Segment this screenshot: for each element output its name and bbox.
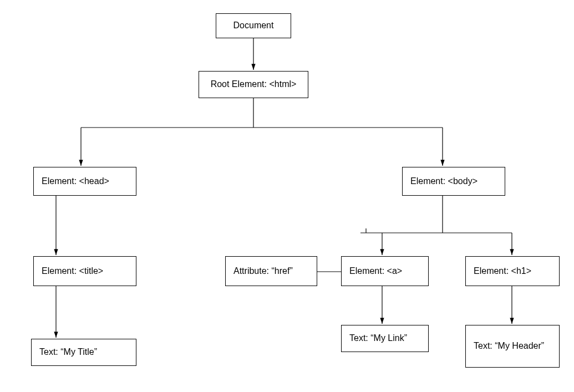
node-a-label: Element: <a> — [349, 265, 402, 277]
node-body-label: Element: <body> — [410, 175, 478, 187]
node-h1-label: Element: <h1> — [474, 265, 531, 277]
node-text-link-label: Text: “My Link” — [349, 332, 407, 344]
node-text-header-label: Text: “My Header” — [474, 340, 544, 352]
node-root: Root Element: <html> — [199, 71, 308, 98]
node-text-header: Text: “My Header” — [465, 325, 560, 368]
node-text-link: Text: “My Link” — [341, 325, 429, 352]
node-body: Element: <body> — [402, 167, 505, 196]
node-title: Element: <title> — [33, 256, 136, 286]
node-head-label: Element: <head> — [42, 175, 109, 187]
node-root-label: Root Element: <html> — [211, 78, 297, 90]
node-href-label: Attribute: “href” — [233, 265, 293, 277]
node-href: Attribute: “href” — [225, 256, 317, 286]
node-text-title-label: Text: “My Title” — [39, 346, 97, 358]
node-a: Element: <a> — [341, 256, 429, 286]
node-document: Document — [216, 13, 291, 38]
node-title-label: Element: <title> — [42, 265, 103, 277]
node-h1: Element: <h1> — [465, 256, 560, 286]
node-head: Element: <head> — [33, 167, 136, 196]
node-text-title: Text: “My Title” — [31, 339, 136, 366]
node-document-label: Document — [233, 19, 274, 32]
